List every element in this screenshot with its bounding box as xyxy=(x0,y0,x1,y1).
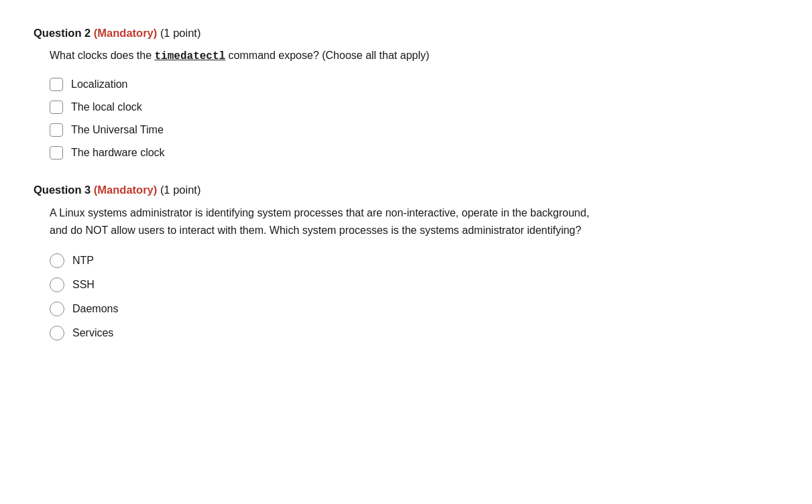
question-3-block: Question 3 (Mandatory) (1 point) A Linux… xyxy=(34,184,778,340)
q3-option-d: Services xyxy=(50,326,778,340)
question-2-title: Question 2 (Mandatory) (1 point) xyxy=(34,27,778,40)
question-3-points: (1 point) xyxy=(160,184,201,196)
q2-label-a[interactable]: Localization xyxy=(71,78,128,90)
q3-radio-b[interactable] xyxy=(50,277,64,292)
q2-checkbox-c[interactable] xyxy=(50,123,63,137)
question-2-points: (1 point) xyxy=(160,27,201,39)
question-3-body-text: A Linux systems administrator is identif… xyxy=(50,204,599,240)
q3-option-c: Daemons xyxy=(50,302,778,316)
q3-option-b: SSH xyxy=(50,277,778,292)
q3-label-a[interactable]: NTP xyxy=(72,255,94,267)
q2-label-d[interactable]: The hardware clock xyxy=(71,147,165,159)
q3-label-c[interactable]: Daemons xyxy=(72,303,118,315)
question-2-text-before-code: What clocks does the xyxy=(50,50,155,61)
q2-checkbox-b[interactable] xyxy=(50,101,63,114)
question-3-number: Question 3 xyxy=(34,184,91,196)
question-2-number: Question 2 xyxy=(34,27,91,39)
q3-radio-a[interactable] xyxy=(50,253,64,268)
question-2-text-after-code: command expose? (Choose all that apply) xyxy=(225,50,429,61)
q2-option-c: The Universal Time xyxy=(50,123,778,137)
question-2-options: Localization The local clock The Univers… xyxy=(50,78,778,160)
q2-checkbox-d[interactable] xyxy=(50,146,63,160)
q2-option-a: Localization xyxy=(50,78,778,91)
question-2-code: timedatectl xyxy=(155,50,226,62)
q3-radio-c[interactable] xyxy=(50,302,64,316)
q3-label-d[interactable]: Services xyxy=(72,327,113,339)
q2-option-b: The local clock xyxy=(50,101,778,114)
question-3-title: Question 3 (Mandatory) (1 point) xyxy=(34,184,778,196)
question-2-block: Question 2 (Mandatory) (1 point) What cl… xyxy=(34,27,778,160)
question-3-mandatory: (Mandatory) xyxy=(94,184,157,196)
question-2-mandatory: (Mandatory) xyxy=(94,27,157,39)
q2-label-c[interactable]: The Universal Time xyxy=(71,124,164,136)
q3-radio-d[interactable] xyxy=(50,326,64,340)
q2-label-b[interactable]: The local clock xyxy=(71,101,142,113)
q2-checkbox-a[interactable] xyxy=(50,78,63,91)
question-2-text: What clocks does the timedatectl command… xyxy=(50,48,778,64)
question-3-options: NTP SSH Daemons Services xyxy=(50,253,778,340)
q3-label-b[interactable]: SSH xyxy=(72,279,95,291)
q2-option-d: The hardware clock xyxy=(50,146,778,160)
q3-option-a: NTP xyxy=(50,253,778,268)
